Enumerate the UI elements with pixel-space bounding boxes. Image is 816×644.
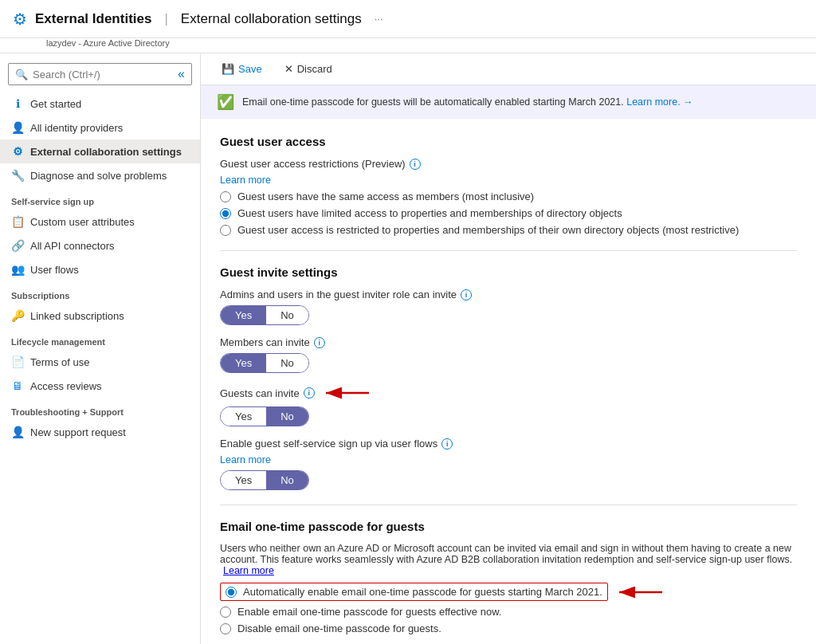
link-icon: 🔗 xyxy=(11,239,24,252)
sidebar-item-api-connectors[interactable]: 🔗 All API connectors xyxy=(0,234,200,257)
guest-restrictions-label: Guest user access restrictions (Preview)… xyxy=(220,158,797,170)
guests-invite-no[interactable]: No xyxy=(266,407,308,426)
sidebar-item-terms[interactable]: 📄 Terms of use xyxy=(0,350,200,374)
discard-icon: ✕ xyxy=(284,63,293,75)
guests-invite-info-icon[interactable]: i xyxy=(304,387,315,399)
email-otp-options: Automatically enable email one-time pass… xyxy=(220,583,797,634)
users-icon: 👥 xyxy=(11,263,24,276)
members-invite-no[interactable]: No xyxy=(266,354,308,372)
email-otp-desc: Users who neither own an Azure AD or Mic… xyxy=(220,543,794,576)
discard-label: Discard xyxy=(297,63,332,75)
admins-invite-label: Admins and users in the guest inviter ro… xyxy=(220,289,797,300)
collapse-icon[interactable]: « xyxy=(178,67,185,81)
sidebar-item-get-started[interactable]: ℹ Get started xyxy=(0,92,200,116)
section-divider-1 xyxy=(220,250,797,251)
email-otp-learn-more[interactable]: Learn more xyxy=(223,565,274,576)
guest-restrictions-info-icon[interactable]: i xyxy=(410,159,421,170)
wrench-icon: 🔧 xyxy=(11,169,24,182)
external-identities-icon: ⚙ xyxy=(13,10,27,29)
org-name: lazydev - Azure Active Directory xyxy=(0,38,816,53)
otp-auto-option[interactable]: Automatically enable email one-time pass… xyxy=(220,583,608,601)
guests-invite-row: Guests can invite i xyxy=(220,384,797,402)
sidebar-label-get-started: Get started xyxy=(30,98,81,110)
sidebar-item-user-flows[interactable]: 👥 User flows xyxy=(0,257,200,281)
sidebar-item-access-reviews[interactable]: 🖥 Access reviews xyxy=(0,374,200,398)
save-button[interactable]: 💾 Save xyxy=(217,60,267,78)
admins-invite-yes[interactable]: Yes xyxy=(221,306,266,324)
sidebar-label-identity-providers: All identity providers xyxy=(30,122,123,134)
self-service-learn-more[interactable]: Learn more xyxy=(220,454,797,465)
guest-invite-title: Guest invite settings xyxy=(220,265,797,279)
otp-disable-option[interactable]: Disable email one-time passcode for gues… xyxy=(220,622,797,634)
info-icon: ℹ xyxy=(11,97,24,110)
header-ellipsis: ··· xyxy=(375,13,383,25)
sidebar-item-identity-providers[interactable]: 👤 All identity providers xyxy=(0,116,200,139)
sidebar-item-diagnose[interactable]: 🔧 Diagnose and solve problems xyxy=(0,163,200,187)
sidebar-item-linked-subscriptions[interactable]: 🔑 Linked subscriptions xyxy=(0,304,200,328)
section-title-subscriptions: Subscriptions xyxy=(0,281,200,304)
save-label: Save xyxy=(238,63,262,75)
app-title: External Identities xyxy=(35,11,151,27)
members-invite-toggle[interactable]: Yes No xyxy=(220,353,309,373)
sidebar: 🔍 « ℹ Get started 👤 All identity provide… xyxy=(0,53,201,644)
user-icon: 👤 xyxy=(11,121,24,134)
search-icon: 🔍 xyxy=(15,69,28,80)
self-service-label: Enable guest self-service sign up via us… xyxy=(220,438,797,450)
guest-access-radio-group: Guest users have the same access as memb… xyxy=(220,190,797,236)
otp-disable-radio[interactable] xyxy=(220,623,231,634)
admins-invite-no[interactable]: No xyxy=(266,306,308,324)
list-icon: 📋 xyxy=(11,215,24,228)
email-otp-title: Email one-time passcode for guests xyxy=(220,520,797,533)
guests-invite-toggle[interactable]: Yes No xyxy=(220,406,309,426)
sidebar-label-support-request: New support request xyxy=(30,426,126,438)
guest-access-learn-more[interactable]: Learn more xyxy=(220,175,797,186)
members-invite-info-icon[interactable]: i xyxy=(314,337,325,348)
self-service-info-icon[interactable]: i xyxy=(441,438,453,450)
sidebar-item-external-collab[interactable]: ⚙ External collaboration settings xyxy=(0,139,200,163)
section-title-lifecycle: Lifecycle management xyxy=(0,328,200,350)
check-circle-icon: ✅ xyxy=(217,93,234,111)
main-content: 💾 Save ✕ Discard ✅ Email one-time passco… xyxy=(201,53,816,644)
gear-icon: ⚙ xyxy=(11,145,24,158)
section-title-self-service: Self-service sign up xyxy=(0,187,200,210)
banner-text: Email one-time passcode for guests will … xyxy=(242,96,693,108)
banner-learn-more-link[interactable]: Learn more. xyxy=(626,96,680,108)
person-icon: 👤 xyxy=(11,426,24,438)
search-input[interactable] xyxy=(33,69,173,80)
section-divider-2 xyxy=(220,505,797,505)
admins-invite-toggle[interactable]: Yes No xyxy=(220,305,309,325)
otp-auto-radio[interactable] xyxy=(226,587,237,598)
members-invite-label: Members can invite i xyxy=(220,336,797,348)
toolbar: 💾 Save ✕ Discard xyxy=(201,53,816,85)
banner-arrow: → xyxy=(683,96,693,108)
members-invite-yes[interactable]: Yes xyxy=(221,354,266,372)
self-service-toggle[interactable]: Yes No xyxy=(220,470,309,490)
self-service-no[interactable]: No xyxy=(266,471,308,489)
monitor-icon: 🖥 xyxy=(11,379,24,392)
guests-invite-yes[interactable]: Yes xyxy=(221,407,266,426)
sidebar-label-user-flows: User flows xyxy=(30,264,79,276)
guest-access-option-1[interactable]: Guest users have the same access as memb… xyxy=(220,190,797,202)
sidebar-label-linked-subscriptions: Linked subscriptions xyxy=(30,310,124,322)
red-arrow-otp xyxy=(616,583,664,601)
section-title-support: Troubleshooting + Support xyxy=(0,398,200,420)
save-icon: 💾 xyxy=(222,63,234,75)
sidebar-label-custom-attrs: Custom user attributes xyxy=(30,216,135,228)
guest-access-title: Guest user access xyxy=(220,135,797,148)
guest-access-radio-3[interactable] xyxy=(220,225,231,236)
sidebar-item-custom-attrs[interactable]: 📋 Custom user attributes xyxy=(0,210,200,234)
self-service-yes[interactable]: Yes xyxy=(221,471,266,489)
discard-button[interactable]: ✕ Discard xyxy=(280,60,337,78)
sidebar-label-api-connectors: All API connectors xyxy=(30,240,115,252)
key-icon: 🔑 xyxy=(11,309,24,322)
otp-now-option[interactable]: Enable email one-time passcode for guest… xyxy=(220,606,797,618)
guest-access-radio-2[interactable] xyxy=(220,208,231,219)
search-box[interactable]: 🔍 « xyxy=(8,63,192,85)
sidebar-item-support-request[interactable]: 👤 New support request xyxy=(0,420,200,444)
guest-access-option-2[interactable]: Guest users have limited access to prope… xyxy=(220,207,797,219)
guest-access-option-3[interactable]: Guest user access is restricted to prope… xyxy=(220,224,797,236)
otp-now-radio[interactable] xyxy=(220,607,231,618)
admins-invite-info-icon[interactable]: i xyxy=(461,289,472,300)
otp-auto-row: Automatically enable email one-time pass… xyxy=(220,583,797,601)
guest-access-radio-1[interactable] xyxy=(220,191,231,202)
